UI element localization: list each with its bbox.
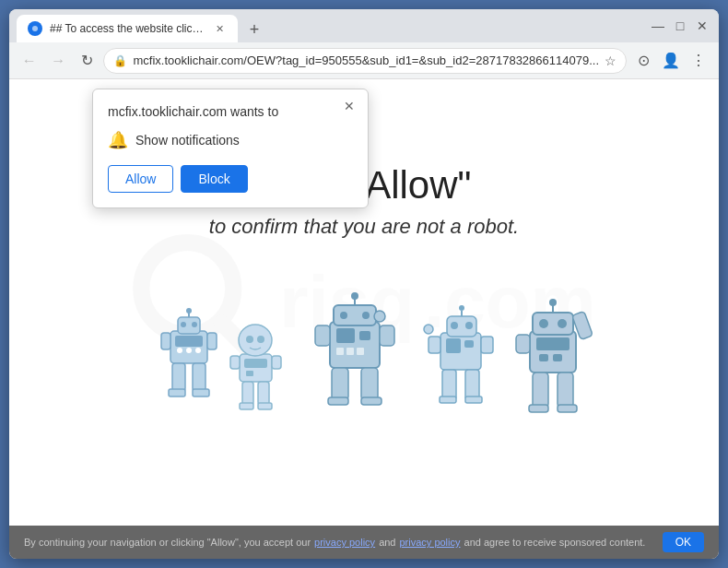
svg-rect-62: [465, 370, 479, 399]
svg-rect-16: [172, 363, 185, 391]
tab-title: ## To access the website click th: [50, 22, 205, 35]
svg-rect-58: [429, 337, 440, 353]
svg-point-39: [340, 312, 347, 319]
permission-text: Show notifications: [135, 133, 240, 148]
svg-rect-19: [193, 389, 209, 396]
privacy-link-1[interactable]: privacy policy: [314, 537, 375, 548]
svg-point-1: [32, 26, 38, 31]
svg-rect-30: [240, 403, 253, 409]
menu-icon[interactable]: ⋮: [686, 48, 711, 74]
svg-rect-46: [332, 368, 348, 400]
svg-rect-44: [380, 325, 394, 346]
svg-point-25: [257, 336, 264, 343]
svg-point-13: [186, 308, 192, 314]
allow-button[interactable]: Allow: [108, 165, 173, 193]
block-button[interactable]: Block: [181, 165, 247, 193]
tabs-area: ## To access the website click th ✕ +: [17, 9, 649, 42]
popup-close-button[interactable]: ✕: [340, 97, 358, 115]
svg-rect-76: [533, 373, 548, 408]
svg-rect-5: [175, 336, 203, 347]
svg-point-23: [239, 325, 272, 356]
svg-rect-65: [530, 331, 576, 373]
page-subtext: to confirm that you are not a robot.: [209, 215, 519, 239]
bookmark-icon[interactable]: ☆: [605, 53, 616, 68]
svg-point-42: [351, 292, 358, 300]
svg-point-7: [186, 348, 192, 353]
browser-window: ## To access the website click th ✕ + — …: [9, 9, 719, 559]
svg-rect-28: [242, 382, 253, 405]
svg-rect-37: [357, 348, 364, 355]
address-bar[interactable]: 🔒 mcfix.tooklichair.com/OEW?tag_id=95055…: [103, 48, 627, 74]
new-tab-button[interactable]: +: [241, 17, 267, 42]
svg-rect-29: [258, 382, 269, 405]
notification-popup: ✕ mcfix.tooklichair.com wants to 🔔 Show …: [92, 89, 369, 208]
svg-point-11: [192, 322, 197, 327]
page-content: risq .com Click "Allow" to confirm that …: [9, 79, 719, 526]
svg-point-40: [362, 312, 370, 319]
svg-rect-21: [244, 359, 267, 368]
bottom-bar-suffix: and agree to receive sponsored content.: [464, 537, 646, 548]
title-bar-controls: — □ ✕: [649, 17, 711, 35]
svg-rect-49: [361, 397, 382, 405]
svg-point-57: [459, 305, 464, 311]
svg-point-8: [195, 348, 201, 353]
svg-rect-51: [446, 338, 461, 353]
svg-rect-43: [315, 325, 330, 346]
svg-point-55: [465, 322, 473, 329]
svg-point-24: [246, 336, 253, 343]
nav-right-controls: ⊙ 👤 ⋮: [630, 48, 711, 74]
svg-rect-69: [533, 313, 573, 335]
robots-illustration: [134, 257, 594, 460]
svg-rect-67: [539, 354, 548, 361]
refresh-button[interactable]: ↻: [75, 48, 100, 74]
account-icon[interactable]: 👤: [658, 48, 684, 74]
svg-rect-64: [465, 396, 482, 403]
popup-title: mcfix.tooklichair.com wants to: [108, 104, 353, 119]
bottom-bar-and: and: [379, 537, 395, 548]
svg-point-6: [177, 348, 182, 353]
svg-rect-63: [440, 396, 456, 403]
svg-rect-61: [442, 370, 456, 399]
svg-rect-14: [161, 333, 170, 349]
svg-rect-36: [346, 348, 354, 355]
ok-button[interactable]: OK: [663, 532, 704, 552]
close-button[interactable]: ✕: [693, 17, 711, 35]
svg-rect-59: [481, 337, 493, 353]
svg-rect-77: [558, 373, 573, 408]
bottom-bar: By continuing your navigation or clickin…: [9, 526, 719, 559]
nav-bar: ← → ↻ 🔒 mcfix.tooklichair.com/OEW?tag_id…: [9, 42, 719, 79]
svg-point-60: [424, 325, 433, 334]
bottom-bar-text: By continuing your navigation or clickin…: [24, 537, 311, 548]
privacy-link-2[interactable]: privacy policy: [399, 537, 460, 548]
svg-rect-52: [464, 340, 474, 348]
minimize-button[interactable]: —: [649, 17, 667, 35]
profile-icon[interactable]: ⊙: [630, 48, 656, 74]
popup-buttons: Allow Block: [108, 165, 353, 193]
popup-permission-row: 🔔 Show notifications: [108, 130, 353, 150]
svg-rect-26: [230, 356, 240, 369]
svg-rect-78: [529, 405, 548, 412]
svg-rect-79: [558, 405, 577, 412]
svg-point-70: [539, 319, 548, 328]
svg-rect-31: [258, 403, 272, 409]
svg-rect-66: [536, 337, 569, 350]
svg-rect-27: [272, 356, 281, 369]
tab-close-button[interactable]: ✕: [212, 21, 227, 36]
svg-rect-38: [334, 305, 376, 325]
svg-rect-74: [516, 335, 530, 353]
svg-point-54: [451, 322, 458, 329]
bell-icon: 🔔: [108, 130, 128, 150]
svg-rect-47: [361, 368, 378, 400]
maximize-button[interactable]: □: [671, 17, 689, 35]
active-tab[interactable]: ## To access the website click th ✕: [17, 15, 238, 42]
svg-rect-18: [169, 389, 185, 396]
svg-rect-35: [336, 348, 344, 355]
lock-icon: 🔒: [113, 54, 127, 67]
svg-rect-48: [328, 397, 348, 405]
svg-point-45: [374, 311, 385, 322]
back-button[interactable]: ←: [17, 48, 41, 74]
svg-rect-68: [553, 354, 562, 361]
forward-button[interactable]: →: [45, 48, 70, 74]
svg-point-10: [181, 322, 186, 327]
svg-rect-34: [359, 331, 370, 340]
